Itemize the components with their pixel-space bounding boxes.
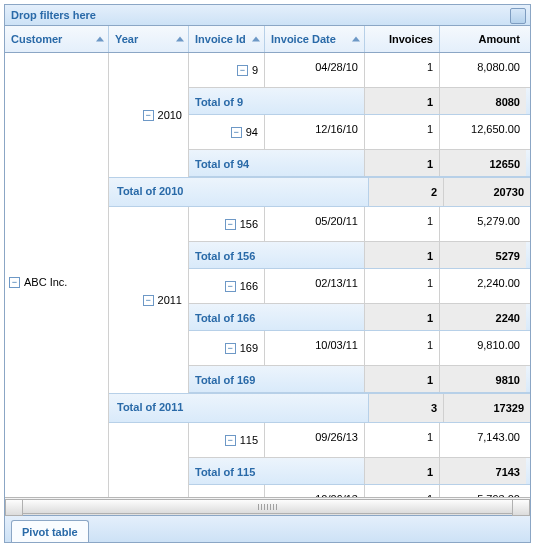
year-total-row: Total of 2011317329 xyxy=(109,393,530,423)
column-headers: Customer Year Invoice Id Invoice Date In… xyxy=(5,26,530,53)
collapse-icon[interactable]: − xyxy=(225,435,236,446)
year-total-row: Total of 2010220730 xyxy=(109,177,530,207)
header-year[interactable]: Year xyxy=(109,26,189,52)
header-customer[interactable]: Customer xyxy=(5,26,109,52)
collapse-icon[interactable]: − xyxy=(143,110,154,121)
subtotal-label: Total of 94 xyxy=(189,150,365,176)
year-cell: 2010 xyxy=(158,109,182,121)
filter-config-icon[interactable] xyxy=(510,8,526,24)
header-invoice-id[interactable]: Invoice Id xyxy=(189,26,265,52)
collapse-icon[interactable]: − xyxy=(225,281,236,292)
scrollbar-thumb[interactable] xyxy=(22,499,513,514)
sort-asc-icon xyxy=(96,37,104,42)
pivot-body: − ABC Inc. − 2010 −904/28/1018,080.00 xyxy=(5,53,530,497)
collapse-icon[interactable]: − xyxy=(225,343,236,354)
sort-asc-icon xyxy=(252,37,260,42)
tab-bar: Pivot table xyxy=(5,515,530,542)
filter-drop-zone[interactable]: Drop filters here xyxy=(5,5,530,26)
collapse-icon[interactable]: − xyxy=(143,295,154,306)
collapse-icon[interactable]: − xyxy=(225,219,236,230)
header-invoices[interactable]: Invoices xyxy=(365,26,440,52)
customer-cell: ABC Inc. xyxy=(24,276,67,288)
sort-asc-icon xyxy=(176,37,184,42)
horizontal-scrollbar[interactable] xyxy=(5,497,530,515)
collapse-icon[interactable]: − xyxy=(237,65,248,76)
tab-pivot-table[interactable]: Pivot table xyxy=(11,520,89,543)
pivot-panel: Drop filters here Customer Year Invoice … xyxy=(4,4,531,543)
collapse-icon[interactable]: − xyxy=(231,127,242,138)
sort-asc-icon xyxy=(352,37,360,42)
header-invoice-date[interactable]: Invoice Date xyxy=(265,26,365,52)
header-amount[interactable]: Amount xyxy=(440,26,526,52)
year-cell: 2011 xyxy=(158,294,182,306)
subtotal-label: Total of 9 xyxy=(189,88,365,114)
collapse-icon[interactable]: − xyxy=(9,277,20,288)
filter-placeholder: Drop filters here xyxy=(11,9,96,21)
